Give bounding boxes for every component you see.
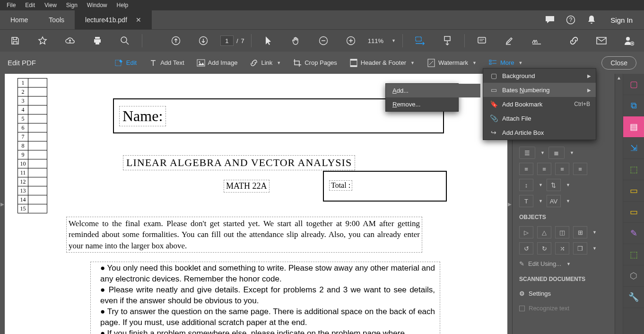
highlight-icon[interactable] bbox=[504, 35, 515, 46]
menu-edit[interactable]: Edit bbox=[20, 1, 40, 9]
menu-attach[interactable]: 📎Attach File bbox=[483, 111, 596, 125]
hscale-icon[interactable]: T bbox=[519, 195, 533, 207]
page-up-icon[interactable] bbox=[170, 35, 182, 46]
menu-sign[interactable]: Sign bbox=[61, 1, 82, 9]
intro-paragraph[interactable]: Welcome to the final exam. Please don't … bbox=[66, 217, 422, 253]
kern-icon[interactable]: AV bbox=[547, 195, 561, 207]
align-obj-icon[interactable]: ⊞ bbox=[573, 226, 587, 238]
add-text-button[interactable]: Add Text bbox=[145, 56, 188, 70]
rotate-ccw-icon[interactable]: ↺ bbox=[519, 242, 533, 255]
menu-article[interactable]: ↪Add Article Box bbox=[483, 125, 596, 140]
fit-height-icon[interactable] bbox=[442, 35, 453, 46]
scroll-up-icon[interactable]: ▲ bbox=[615, 74, 623, 82]
menu-bookmark[interactable]: 🔖Add BookmarkCtrl+B bbox=[483, 97, 596, 111]
background-icon: ▢ bbox=[490, 72, 497, 79]
tool-create[interactable]: ▢ bbox=[623, 74, 644, 95]
list-bullet-icon[interactable]: ☰ bbox=[519, 147, 535, 159]
hand-icon[interactable] bbox=[290, 35, 302, 46]
tool-note[interactable]: ▭ bbox=[623, 202, 644, 223]
menu-bates[interactable]: ▭Bates Numbering▶ bbox=[483, 83, 596, 97]
star-icon[interactable] bbox=[37, 35, 48, 46]
tool-optimize[interactable]: ⬚ bbox=[623, 244, 644, 265]
submenu-add-label: Add... bbox=[392, 87, 409, 94]
zoom-value[interactable]: 111% bbox=[368, 37, 383, 44]
course-code[interactable]: MATH 22A bbox=[224, 180, 270, 193]
menu-file[interactable]: File bbox=[2, 1, 20, 9]
page-current-input[interactable] bbox=[220, 35, 234, 46]
tool-edit[interactable]: ▤ bbox=[623, 116, 644, 138]
fit-width-icon[interactable] bbox=[414, 35, 426, 46]
menu-view[interactable]: View bbox=[40, 1, 61, 9]
tool-export[interactable]: ⇲ bbox=[623, 138, 644, 159]
tab-tools[interactable]: Tools bbox=[38, 10, 75, 29]
align-center-icon[interactable]: ≡ bbox=[537, 163, 551, 175]
tool-protect[interactable]: ⬡ bbox=[623, 265, 644, 287]
menu-window[interactable]: Window bbox=[82, 1, 112, 9]
course-title[interactable]: LINEAR ALGEBRA AND VECTOR ANALYSIS bbox=[123, 155, 355, 170]
close-tab-icon[interactable]: ✕ bbox=[136, 16, 141, 24]
align-justify-icon[interactable]: ≡ bbox=[573, 163, 587, 175]
rotate-cw-icon[interactable]: ↻ bbox=[537, 242, 551, 255]
zoom-caret-icon[interactable]: ▼ bbox=[392, 38, 396, 43]
tab-document[interactable]: lecture41b.pdf ✕ bbox=[75, 10, 152, 29]
print-icon[interactable] bbox=[92, 35, 103, 46]
recognize-checkbox[interactable]: Recognize text bbox=[513, 301, 615, 316]
tool-combine[interactable]: ⧉ bbox=[623, 95, 644, 116]
para-spacing-icon[interactable]: ⇅ bbox=[547, 179, 561, 191]
edit-button[interactable]: Edit bbox=[111, 56, 140, 70]
align-left-icon[interactable]: ≡ bbox=[519, 163, 533, 175]
submenu-add[interactable]: Add... bbox=[386, 84, 480, 97]
add-image-button[interactable]: Add Image bbox=[193, 56, 242, 70]
score-cell bbox=[28, 88, 47, 97]
tool-comment2[interactable]: ▭ bbox=[623, 180, 644, 202]
watermark-button[interactable]: Watermark▼ bbox=[423, 56, 480, 70]
save-icon[interactable] bbox=[9, 35, 21, 46]
mail-icon[interactable] bbox=[596, 35, 607, 46]
comment-icon[interactable] bbox=[544, 14, 556, 26]
menu-help[interactable]: Help bbox=[112, 1, 133, 9]
tab-home[interactable]: Home bbox=[0, 10, 38, 29]
tool-organize[interactable]: ⬚ bbox=[623, 159, 644, 180]
name-label[interactable]: Name: bbox=[119, 106, 166, 126]
zoom-in-icon[interactable] bbox=[345, 35, 357, 46]
flip-v-icon[interactable]: △ bbox=[537, 226, 551, 238]
arrange-icon[interactable]: ❐ bbox=[573, 242, 587, 255]
more-button[interactable]: More▼ bbox=[485, 56, 527, 70]
replace-icon[interactable]: ⤭ bbox=[555, 242, 569, 255]
left-expand-icon[interactable]: ▶ bbox=[0, 74, 5, 334]
bell-icon[interactable] bbox=[586, 14, 597, 26]
chevron-down-icon: ▼ bbox=[519, 61, 523, 65]
menu-background[interactable]: ▢Background▶ bbox=[483, 69, 596, 83]
line-spacing-icon[interactable]: ↕ bbox=[519, 179, 533, 191]
page-down-icon[interactable] bbox=[198, 35, 209, 46]
total-label[interactable]: Total : bbox=[329, 180, 352, 191]
crop-obj-icon[interactable]: ◫ bbox=[555, 226, 569, 238]
note-icon[interactable] bbox=[476, 35, 487, 46]
help-icon[interactable]: ? bbox=[565, 14, 576, 26]
link-share-icon[interactable] bbox=[568, 35, 580, 46]
row-number: 13 bbox=[18, 186, 28, 195]
tool-sign[interactable]: ✎ bbox=[623, 223, 644, 244]
edit-using-button[interactable]: ✎Edit Using...▼ bbox=[513, 256, 615, 271]
tool-more[interactable]: 🔧 bbox=[623, 287, 644, 308]
pointer-icon[interactable] bbox=[263, 35, 274, 46]
submenu-remove[interactable]: Remove... bbox=[386, 97, 480, 111]
zoom-out-icon[interactable] bbox=[318, 35, 329, 46]
vscrollbar[interactable]: ▲ bbox=[615, 74, 623, 334]
link-button[interactable]: Link▼ bbox=[246, 56, 285, 70]
flip-h-icon[interactable]: ▷ bbox=[519, 226, 533, 238]
close-button[interactable]: Close bbox=[601, 56, 636, 70]
share-user-icon[interactable] bbox=[623, 35, 635, 46]
cloud-icon[interactable] bbox=[64, 35, 76, 46]
header-button[interactable]: Header & Footer▼ bbox=[346, 56, 418, 70]
settings-button[interactable]: ⚙Settings bbox=[513, 286, 615, 301]
menu-attach-label: Attach File bbox=[502, 115, 531, 122]
signin-button[interactable]: Sign In bbox=[602, 16, 644, 24]
search-icon[interactable] bbox=[119, 35, 131, 46]
align-right-icon[interactable]: ≡ bbox=[555, 163, 569, 175]
document-view[interactable]: 123456789101112131415 Name: LINEAR ALGEB… bbox=[5, 74, 507, 334]
crop-button[interactable]: Crop Pages bbox=[289, 56, 341, 70]
list-number-icon[interactable]: ≣ bbox=[548, 147, 565, 159]
signature-icon[interactable] bbox=[531, 35, 542, 46]
bullets[interactable]: ● You only need this booklet and somethi… bbox=[90, 262, 440, 334]
